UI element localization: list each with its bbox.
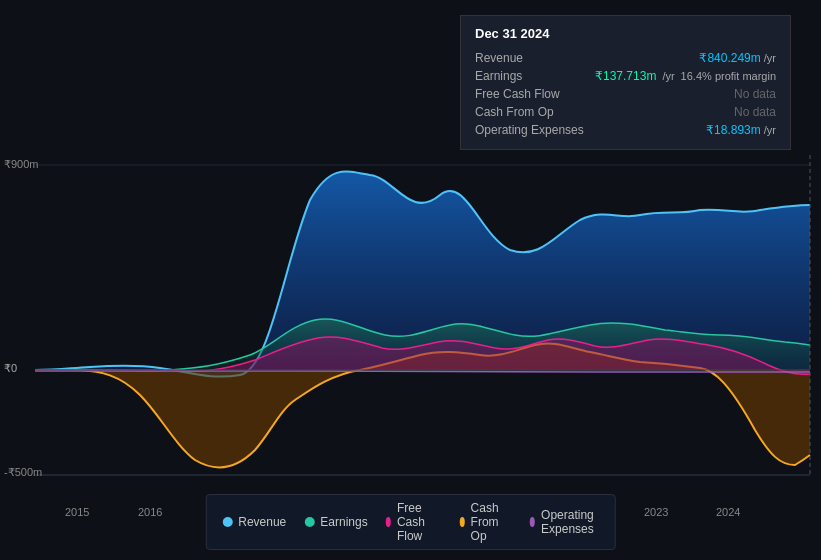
tooltip-box: Dec 31 2024 Revenue ₹840.249m/yr Earning… <box>460 15 791 150</box>
x-label-2015: 2015 <box>65 506 89 518</box>
y-label-top: ₹900m <box>4 158 39 171</box>
x-label-2016: 2016 <box>138 506 162 518</box>
tooltip-cfo-value: No data <box>734 105 776 119</box>
tooltip-cfo-label: Cash From Op <box>475 105 595 119</box>
tooltip-revenue-label: Revenue <box>475 51 595 65</box>
chart-legend: Revenue Earnings Free Cash Flow Cash Fro… <box>205 494 616 550</box>
legend-fcf-label: Free Cash Flow <box>397 501 441 543</box>
legend-cfo-dot <box>459 517 464 527</box>
legend-earnings: Earnings <box>304 515 367 529</box>
legend-cfo-label: Cash From Op <box>471 501 512 543</box>
legend-fcf: Free Cash Flow <box>386 501 442 543</box>
legend-revenue-dot <box>222 517 232 527</box>
tooltip-cfo-row: Cash From Op No data <box>475 103 776 121</box>
legend-revenue: Revenue <box>222 515 286 529</box>
legend-opex-label: Operating Expenses <box>541 508 599 536</box>
y-label-bottom: -₹500m <box>4 466 42 479</box>
tooltip-fcf-value: No data <box>734 87 776 101</box>
legend-revenue-label: Revenue <box>238 515 286 529</box>
chart-container: ₹900m ₹0 -₹500m 2015 2016 2017 2018 2019… <box>0 0 821 560</box>
tooltip-fcf-label: Free Cash Flow <box>475 87 595 101</box>
tooltip-opex-value: ₹18.893m/yr <box>706 123 776 137</box>
tooltip-earnings-row: Earnings ₹137.713m/yr 16.4% profit margi… <box>475 67 776 85</box>
tooltip-opex-row: Operating Expenses ₹18.893m/yr <box>475 121 776 139</box>
y-label-zero: ₹0 <box>4 362 17 375</box>
tooltip-earnings-label: Earnings <box>475 69 595 83</box>
tooltip-revenue-value: ₹840.249m/yr <box>699 51 776 65</box>
legend-earnings-dot <box>304 517 314 527</box>
legend-opex: Operating Expenses <box>530 508 599 536</box>
tooltip-fcf-row: Free Cash Flow No data <box>475 85 776 103</box>
x-label-2024: 2024 <box>716 506 740 518</box>
tooltip-date: Dec 31 2024 <box>475 26 776 41</box>
legend-earnings-label: Earnings <box>320 515 367 529</box>
legend-opex-dot <box>530 517 535 527</box>
x-label-2023: 2023 <box>644 506 668 518</box>
legend-cfo: Cash From Op <box>459 501 511 543</box>
tooltip-revenue-row: Revenue ₹840.249m/yr <box>475 49 776 67</box>
tooltip-opex-label: Operating Expenses <box>475 123 595 137</box>
legend-fcf-dot <box>386 517 391 527</box>
tooltip-earnings-value: ₹137.713m/yr 16.4% profit margin <box>595 69 776 83</box>
